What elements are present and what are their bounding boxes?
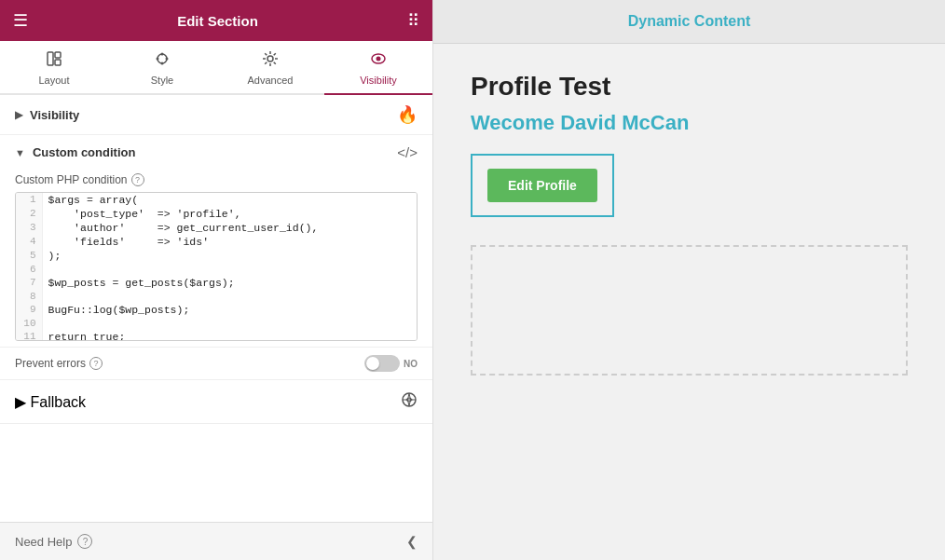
hamburger-icon[interactable]: ☰ xyxy=(13,10,28,31)
line-code: BugFu::log($wp_posts); xyxy=(42,303,417,317)
code-line: 2 'post_type' => 'profile', xyxy=(16,207,417,221)
line-number: 1 xyxy=(16,193,42,207)
right-panel: Dynamic Content Profile Test Wecome Davi… xyxy=(433,0,945,560)
tab-style-label: Style xyxy=(151,75,173,86)
prevent-help-icon[interactable]: ? xyxy=(89,357,103,370)
svg-rect-1 xyxy=(55,52,61,58)
tab-layout-label: Layout xyxy=(38,75,69,86)
custom-condition-title: ▼ Custom condition xyxy=(15,145,135,159)
condition-label-text: Custom PHP condition xyxy=(15,173,128,186)
code-line: 1$args = array( xyxy=(16,193,417,207)
line-code: 'author' => get_current_user_id(), xyxy=(42,221,417,235)
custom-condition-arrow: ▼ xyxy=(15,147,25,158)
tab-advanced[interactable]: Advanced xyxy=(216,41,324,95)
tab-style[interactable]: Style xyxy=(108,41,216,95)
toggle-track[interactable] xyxy=(364,355,400,372)
line-code: 'post_type' => 'profile', xyxy=(42,207,417,221)
panel-header: ☰ Edit Section ⠿ xyxy=(0,0,432,41)
tab-visibility[interactable]: Visibility xyxy=(324,41,432,95)
welcome-text: Wecome David McCan xyxy=(471,111,908,135)
custom-condition-header[interactable]: ▼ Custom condition </> xyxy=(0,135,432,164)
line-code xyxy=(42,263,417,276)
advanced-icon xyxy=(262,50,279,72)
svg-point-6 xyxy=(157,58,159,61)
left-panel: ☰ Edit Section ⠿ Layout xyxy=(0,0,433,560)
prevent-errors-label: Prevent errors ? xyxy=(15,357,103,370)
dashed-placeholder-box xyxy=(471,245,908,376)
code-line: 3 'author' => get_current_user_id(), xyxy=(16,221,417,235)
panel-footer: Need Help ? ❮ xyxy=(0,522,432,560)
line-number: 5 xyxy=(16,249,42,263)
line-code xyxy=(42,290,417,303)
visibility-right-icon: 🔥 xyxy=(397,104,418,125)
tab-visibility-label: Visibility xyxy=(360,75,397,86)
code-line: 8 xyxy=(16,290,417,303)
line-number: 6 xyxy=(16,263,42,276)
line-code: $args = array( xyxy=(42,193,417,207)
visibility-icon xyxy=(370,50,387,72)
custom-condition-body: Custom PHP condition ? 1$args = array(2 … xyxy=(0,164,432,348)
visibility-label: Visibility xyxy=(30,108,79,122)
collapse-arrow[interactable]: ❮ xyxy=(406,534,418,549)
dynamic-content-title: Dynamic Content xyxy=(628,13,751,29)
toggle-switch[interactable]: NO xyxy=(364,355,418,372)
line-number: 7 xyxy=(16,276,42,290)
need-help[interactable]: Need Help ? xyxy=(15,534,92,549)
line-code: return true; xyxy=(42,330,417,341)
code-line: 5); xyxy=(16,249,417,263)
fallback-icon xyxy=(401,391,418,412)
condition-label: Custom PHP condition ? xyxy=(15,173,418,186)
need-help-icon[interactable]: ? xyxy=(77,534,92,549)
line-number: 4 xyxy=(16,235,42,249)
fallback-arrow xyxy=(15,393,26,411)
line-number: 8 xyxy=(16,290,42,303)
fallback-row[interactable]: Fallback xyxy=(0,380,432,424)
line-number: 3 xyxy=(16,221,42,235)
code-line: 6 xyxy=(16,263,417,276)
line-number: 2 xyxy=(16,207,42,221)
fallback-title: Fallback xyxy=(15,393,86,411)
code-help-icon[interactable]: ? xyxy=(131,173,144,186)
tab-advanced-label: Advanced xyxy=(248,75,294,86)
profile-title: Profile Test xyxy=(471,72,908,102)
code-editor[interactable]: 1$args = array(2 'post_type' => 'profile… xyxy=(15,192,418,341)
line-code xyxy=(42,317,417,330)
panel-title: Edit Section xyxy=(28,13,407,29)
visibility-section-title: Visibility xyxy=(15,108,79,122)
line-code: 'fields' => 'ids' xyxy=(42,235,417,249)
edit-profile-button[interactable]: Edit Profile xyxy=(487,169,597,202)
layout-icon xyxy=(46,50,62,72)
prevent-errors-row: Prevent errors ? NO xyxy=(0,348,432,380)
toggle-label: NO xyxy=(404,359,418,369)
code-line: 10 xyxy=(16,317,417,330)
dynamic-content-header: Dynamic Content xyxy=(433,0,945,44)
visibility-expand-icon xyxy=(15,109,22,121)
svg-point-7 xyxy=(166,58,169,61)
code-line: 11return true; xyxy=(16,330,417,341)
line-number: 11 xyxy=(16,330,42,341)
custom-condition-label: Custom condition xyxy=(33,145,136,159)
code-line: 4 'fields' => 'ids' xyxy=(16,235,417,249)
svg-point-10 xyxy=(377,57,381,61)
svg-point-4 xyxy=(161,53,164,56)
svg-point-5 xyxy=(161,62,164,65)
code-line: 9BugFu::log($wp_posts); xyxy=(16,303,417,317)
tab-layout[interactable]: Layout xyxy=(0,41,108,95)
svg-rect-2 xyxy=(55,60,61,65)
code-icon: </> xyxy=(397,144,418,160)
visibility-section-row[interactable]: Visibility 🔥 xyxy=(0,95,432,135)
grid-icon[interactable]: ⠿ xyxy=(407,10,419,31)
fallback-label: Fallback xyxy=(30,394,86,410)
svg-point-8 xyxy=(267,56,273,61)
panel-content: Visibility 🔥 ▼ Custom condition </> Cust… xyxy=(0,95,432,560)
code-line: 7$wp_posts = get_posts($args); xyxy=(16,276,417,290)
style-icon xyxy=(154,50,171,72)
right-content: Profile Test Wecome David McCan Edit Pro… xyxy=(433,44,945,560)
line-number: 9 xyxy=(16,303,42,317)
svg-rect-0 xyxy=(48,52,53,65)
prevent-errors-text: Prevent errors xyxy=(15,357,86,370)
line-number: 10 xyxy=(16,317,42,330)
edit-profile-box: Edit Profile xyxy=(471,154,614,217)
line-code: $wp_posts = get_posts($args); xyxy=(42,276,417,290)
need-help-text: Need Help xyxy=(15,535,72,549)
